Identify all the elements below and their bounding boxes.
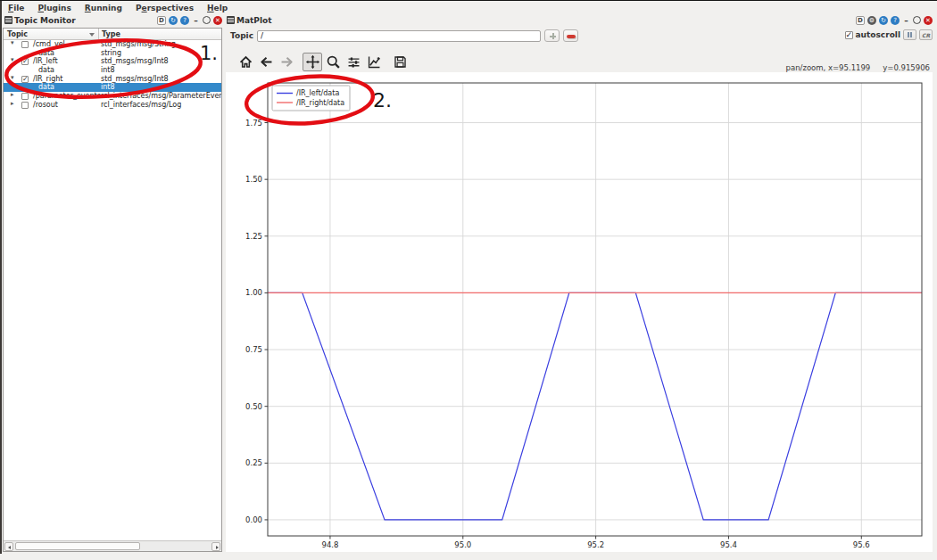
status-y-value: y=0.915906 (883, 63, 930, 72)
axes-config-button[interactable] (364, 53, 384, 71)
scroll-right-icon[interactable] (211, 542, 220, 551)
matplotlib-toolbar: pan/zoom, x=95.1199y=0.915906 (236, 51, 933, 72)
back-button[interactable] (256, 53, 276, 71)
tick-label-x: 94.8 (321, 540, 338, 549)
window-border (0, 1, 2, 554)
topic-type: string (101, 49, 121, 58)
close-icon[interactable]: ✕ (213, 16, 222, 25)
matplot-title: MatPlot (236, 16, 272, 25)
undock-button[interactable] (203, 16, 211, 24)
menu-help[interactable]: Help (207, 4, 228, 12)
clear-icon: CR (922, 32, 930, 38)
help-icon[interactable]: ? (180, 16, 189, 25)
tick-label-y: 0.00 (245, 515, 262, 524)
figure-background (226, 72, 933, 552)
tick-label-x: 95.6 (853, 540, 870, 549)
topic-field-row[interactable]: datastring (4, 49, 221, 58)
topic-name: data (38, 49, 54, 58)
expander-icon[interactable]: ▾ (11, 74, 14, 81)
reload-icon[interactable]: ↻ (879, 16, 888, 25)
topic-checkbox[interactable] (21, 76, 29, 83)
column-header-topic[interactable]: Topic (4, 29, 99, 39)
menu-running[interactable]: Running (85, 4, 122, 12)
topic-checkbox[interactable] (21, 41, 29, 48)
settings-gear-icon[interactable]: ⚙ (867, 16, 876, 25)
topic-checkbox[interactable] (21, 93, 29, 100)
expander-icon[interactable]: ▸ (11, 100, 14, 107)
topic-type: int8 (101, 83, 115, 92)
column-header-type[interactable]: Type (99, 29, 221, 39)
topic-monitor-panel: Topic Type ▾/cmd_velstd_msgs/msg/Stringd… (3, 28, 222, 552)
horizontal-scrollbar[interactable] (4, 540, 221, 551)
topic-name: /cmd_vel (33, 40, 65, 49)
topic-monitor-titlebar: Topic Monitor D ↻ ? – ✕ (2, 13, 225, 27)
tick-label-y: 1.75 (245, 119, 262, 128)
tick-label-y: 1.00 (245, 288, 262, 297)
topic-row-parameter_events[interactable]: ▸/parameter_eventsrcl_interfaces/msg/Par… (4, 92, 221, 101)
pause-button[interactable] (903, 29, 916, 40)
expander-icon[interactable]: ▾ (11, 40, 14, 46)
topic-row-IR_left[interactable]: ▾/IR_leftstd_msgs/msg/Int8 (4, 57, 221, 66)
topic-tree: ▾/cmd_velstd_msgs/msg/Stringdatastring▾/… (4, 40, 221, 540)
topic-type: rcl_interfaces/msg/ParameterEvent (101, 92, 221, 101)
dock-button[interactable]: D (856, 16, 865, 25)
topic-monitor-icon (4, 16, 12, 24)
expander-icon[interactable]: ▾ (11, 56, 14, 63)
plot-figure[interactable]: 94.895.095.295.495.60.000.250.500.751.00… (226, 72, 933, 552)
tick-label-x: 95.0 (454, 540, 471, 549)
legend-label-0: /IR_left/data (296, 89, 339, 97)
minimize-button[interactable]: – (902, 16, 910, 25)
undock-button[interactable] (913, 16, 921, 24)
pan-icon (305, 54, 320, 70)
matplot-icon (227, 16, 235, 24)
save-button[interactable] (390, 53, 410, 71)
rqt-window: FilePluginsRunningPerspectivesHelp Topic… (0, 0, 937, 560)
topic-field-row[interactable]: dataint8 (4, 66, 221, 75)
floppy-save-icon (393, 54, 408, 70)
add-topic-button[interactable] (544, 29, 560, 42)
topic-name: data (38, 66, 54, 75)
topic-field-row[interactable]: dataint8 (4, 83, 221, 92)
clear-button[interactable]: CR (919, 29, 933, 40)
line-chart-icon (367, 54, 382, 70)
minimize-button[interactable]: – (192, 16, 200, 25)
scrollbar-thumb[interactable] (15, 542, 140, 550)
menu-perspectives[interactable]: Perspectives (136, 4, 194, 12)
topic-type: rcl_interfaces/msg/Log (101, 101, 181, 110)
topic-row-rosout[interactable]: ▸/rosoutrcl_interfaces/msg/Log (4, 101, 221, 110)
topic-input[interactable] (257, 30, 541, 42)
topic-input-row: Topic autoscroll CR (225, 28, 937, 44)
reload-icon[interactable]: ↻ (169, 16, 178, 25)
topic-row-cmd_vel[interactable]: ▾/cmd_velstd_msgs/msg/String (4, 40, 221, 49)
subplots-config-button[interactable] (344, 53, 363, 71)
topic-name: /IR_left (33, 57, 58, 66)
home-button[interactable] (236, 53, 255, 71)
topic-row-IR_right[interactable]: ▾/IR_rightstd_msgs/msg/Int8 (4, 75, 221, 84)
expander-icon[interactable]: ▸ (11, 91, 14, 98)
autoscroll-checkbox[interactable] (845, 31, 853, 39)
zoom-rect-button[interactable] (323, 53, 343, 71)
menu-file[interactable]: File (8, 4, 24, 12)
topic-name: data (38, 83, 54, 92)
sliders-icon (346, 54, 361, 70)
line-chart[interactable]: 94.895.095.295.495.60.000.250.500.751.00… (226, 72, 933, 552)
topic-checkbox[interactable] (21, 58, 29, 65)
close-icon[interactable]: ✕ (924, 16, 933, 25)
help-icon[interactable]: ? (891, 16, 900, 25)
tick-label-y: 0.50 (245, 402, 262, 411)
autoscroll-label: autoscroll (856, 30, 900, 39)
remove-topic-button[interactable] (563, 29, 578, 42)
tick-label-y: 1.25 (245, 232, 262, 241)
dock-button[interactable]: D (157, 16, 166, 25)
tree-header: Topic Type (4, 29, 221, 40)
topic-name: /parameter_events (33, 92, 101, 101)
topic-type: std_msgs/msg/Int8 (101, 75, 169, 84)
pan-button[interactable] (303, 53, 322, 71)
legend: /IR_left/data/IR_right/data (272, 86, 350, 111)
topic-checkbox[interactable] (21, 102, 29, 109)
forward-button[interactable] (277, 53, 296, 71)
matplot-controls: D ⚙ ↻ ? – ✕ (856, 16, 933, 25)
topic-field-label: Topic (230, 31, 253, 40)
scroll-left-icon[interactable] (4, 542, 13, 551)
menu-plugins[interactable]: Plugins (37, 4, 70, 12)
